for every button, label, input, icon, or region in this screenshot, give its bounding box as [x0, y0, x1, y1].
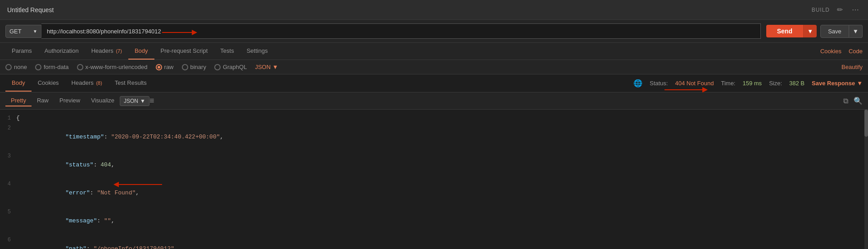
radio-urlencoded-circle [77, 64, 83, 70]
save-response-chevron-icon: ▼ [857, 80, 863, 87]
cookies-link[interactable]: Cookies [820, 48, 841, 55]
headers-badge: (7) [116, 48, 122, 54]
request-tabs-right: Cookies Code [820, 48, 863, 55]
title-bar-right: BUILD ✏ ⋯ [812, 4, 861, 16]
code-link[interactable]: Code [849, 48, 863, 55]
search-icon[interactable]: 🔍 [854, 97, 863, 105]
format-tabs-right: ⧉ 🔍 [843, 97, 863, 105]
save-dropdown-button[interactable]: ▼ [849, 25, 863, 38]
resp-tab-cookies[interactable]: Cookies [32, 75, 65, 92]
tab-params[interactable]: Params [5, 43, 38, 60]
radio-formdata-circle [35, 64, 41, 70]
body-type-row: none form-data x-www-form-urlencoded raw… [0, 60, 868, 74]
resp-tab-test-results[interactable]: Test Results [108, 75, 153, 92]
request-title: Untitled Request [7, 6, 54, 14]
code-line-2: 2 "timestamp": "2020-09-22T02:34:40.422+… [0, 123, 868, 151]
status-value: 404 Not Found [675, 80, 714, 87]
scrollbar-thumb[interactable] [864, 110, 868, 137]
title-bar-left: Untitled Request [7, 6, 54, 14]
resp-headers-badge: (8) [96, 80, 102, 86]
more-button[interactable]: ⋯ [850, 4, 861, 16]
send-dropdown-button[interactable]: ▼ [803, 25, 817, 37]
format-select[interactable]: JSON ▼ [255, 64, 278, 70]
status-label: Status: [650, 80, 668, 87]
tab-body[interactable]: Body [128, 43, 154, 60]
send-button[interactable]: Send [766, 25, 803, 37]
main-content: GET ▼ Send ▼ Save ▼ Params [0, 20, 868, 249]
wrap-icon[interactable]: ≡ [149, 96, 154, 106]
globe-icon: 🌐 [633, 79, 642, 88]
radio-binary[interactable]: binary [182, 64, 206, 70]
method-chevron-icon: ▼ [33, 29, 37, 34]
size-value: 382 B [789, 80, 805, 87]
method-label: GET [9, 28, 22, 35]
title-bar: Untitled Request BUILD ✏ ⋯ [0, 0, 868, 20]
code-line-5: 5 "message": "", [0, 207, 868, 235]
response-tabs-row: Body Cookies Headers (8) Test Results 🌐 … [0, 74, 868, 92]
request-tabs-row: Params Authorization Headers (7) Body Pr… [0, 43, 868, 60]
fmt-tab-raw[interactable]: Raw [32, 95, 54, 106]
radio-none[interactable]: none [5, 64, 27, 70]
resp-tab-body[interactable]: Body [5, 75, 32, 92]
build-label: BUILD [812, 7, 830, 13]
tab-authorization[interactable]: Authorization [38, 43, 85, 60]
time-value: 159 ms [742, 80, 762, 87]
format-tabs-left: Pretty Raw Preview Visualize JSON ▼ ≡ [5, 95, 154, 106]
vertical-scrollbar[interactable] [864, 110, 868, 249]
body-types-left: none form-data x-www-form-urlencoded raw… [5, 64, 278, 70]
method-select[interactable]: GET ▼ [5, 25, 41, 38]
radio-graphql[interactable]: GraphQL [214, 64, 247, 70]
radio-graphql-circle [214, 64, 221, 70]
radio-raw[interactable]: raw [156, 64, 174, 70]
json-format-label: JSON [124, 98, 138, 104]
tab-headers[interactable]: Headers (7) [85, 43, 128, 60]
response-tabs-right: 🌐 Status: 404 Not Found Time: 159 ms Siz… [633, 79, 863, 88]
code-area: 1 { 2 "timestamp": "2020-09-22T02:34:40.… [0, 110, 868, 249]
tab-prerequest[interactable]: Pre-request Script [154, 43, 214, 60]
radio-form-data[interactable]: form-data [35, 64, 69, 70]
fmt-tab-preview[interactable]: Preview [54, 95, 86, 106]
response-section: Body Cookies Headers (8) Test Results 🌐 … [0, 74, 868, 249]
save-response-button[interactable]: Save Response ▼ [812, 80, 863, 87]
radio-raw-circle [156, 64, 162, 70]
send-button-group: Send ▼ [766, 25, 817, 37]
tab-tests[interactable]: Tests [214, 43, 240, 60]
copy-icon[interactable]: ⧉ [843, 97, 848, 105]
code-line-3: 3 "status": 404, [0, 151, 868, 179]
radio-none-circle [5, 64, 12, 70]
code-line-6: 6 "path": "/phoneInfo/1831794012" [0, 235, 868, 249]
edit-button[interactable]: ✏ [835, 4, 845, 16]
radio-urlencoded[interactable]: x-www-form-urlencoded [77, 64, 148, 70]
format-toolbar: Pretty Raw Preview Visualize JSON ▼ ≡ ⧉ [0, 92, 868, 110]
time-label: Time: [721, 80, 735, 87]
response-tabs-left: Body Cookies Headers (8) Test Results [5, 75, 153, 92]
resp-tab-headers[interactable]: Headers (8) [65, 75, 108, 92]
tab-settings[interactable]: Settings [240, 43, 274, 60]
save-button-group: Save ▼ [820, 25, 863, 38]
json-chevron-icon: ▼ [140, 98, 145, 104]
format-chevron-icon: ▼ [272, 64, 278, 70]
code-line-4: 4 "error": "Not Found", [0, 179, 868, 207]
url-bar: GET ▼ Send ▼ Save ▼ [0, 20, 868, 43]
fmt-tab-pretty[interactable]: Pretty [5, 95, 32, 106]
save-button[interactable]: Save [820, 25, 849, 38]
request-tabs-left: Params Authorization Headers (7) Body Pr… [5, 43, 274, 60]
size-label: Size: [769, 80, 782, 87]
url-input[interactable] [41, 23, 761, 39]
radio-binary-circle [182, 64, 188, 70]
code-line-1: 1 { [0, 113, 868, 123]
json-format-select[interactable]: JSON ▼ [120, 96, 149, 106]
format-label: JSON [255, 64, 271, 70]
beautify-button[interactable]: Beautify [841, 64, 863, 70]
fmt-tab-visualize[interactable]: Visualize [86, 95, 120, 106]
